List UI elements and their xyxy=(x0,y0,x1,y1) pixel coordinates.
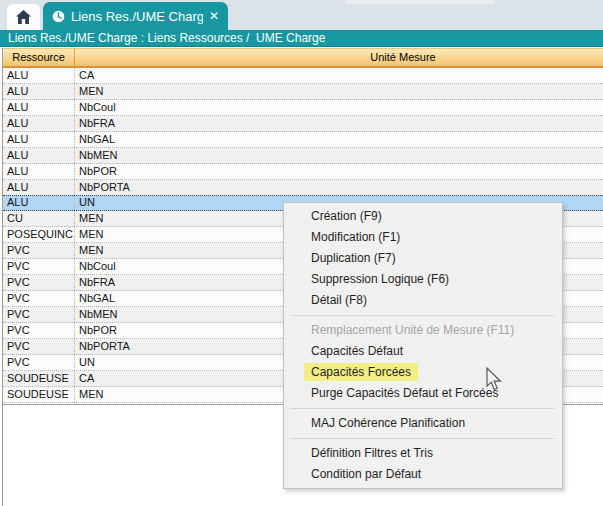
tab-label: Liens Res./UME Charge :... xyxy=(71,9,203,24)
table-row[interactable]: ALUNbGAL xyxy=(3,132,603,148)
tab-bar: Liens Res./UME Charge :... ✕ xyxy=(0,0,603,30)
tab-liens-res-ume-charge[interactable]: Liens Res./UME Charge :... ✕ xyxy=(43,2,228,30)
cell-unite-mesure: NbMEN xyxy=(75,148,603,163)
table-row[interactable]: ALUNbCoul xyxy=(3,100,603,116)
cell-ressource: PVC xyxy=(3,275,75,290)
background-window-edge xyxy=(345,0,495,4)
table-row[interactable]: ALUNbFRA xyxy=(3,116,603,132)
cell-ressource: ALU xyxy=(3,100,75,115)
menu-item-condition-par-defaut[interactable]: Condition par Défaut xyxy=(284,464,562,485)
menu-item-remplacement-unite-de-mesure-f11: Remplacement Unité de Mesure (F11) xyxy=(284,320,562,341)
menu-item-capacites-defaut[interactable]: Capacités Défaut xyxy=(284,341,562,362)
menu-item-detail-f8[interactable]: Détail (F8) xyxy=(284,290,562,311)
cell-ressource: ALU xyxy=(3,116,75,131)
highlighted-menu-label: Capacités Forcées xyxy=(304,363,418,381)
table-row[interactable]: ALUNbPOR xyxy=(3,164,603,180)
cell-ressource: POSEQUINC xyxy=(3,227,75,242)
menu-separator xyxy=(291,408,555,409)
menu-item-modification-f1[interactable]: Modification (F1) xyxy=(284,227,562,248)
menu-separator xyxy=(291,315,555,316)
menu-item-duplication-f7[interactable]: Duplication (F7) xyxy=(284,248,562,269)
cell-unite-mesure: MEN xyxy=(75,84,603,99)
cell-unite-mesure: NbPOR xyxy=(75,164,603,179)
column-header-unite-mesure[interactable]: Unité Mesure xyxy=(75,49,603,66)
cell-unite-mesure: NbGAL xyxy=(75,132,603,147)
tab-home[interactable] xyxy=(7,4,40,30)
cell-ressource: PVC xyxy=(3,243,75,258)
cursor-icon xyxy=(486,367,504,393)
cell-unite-mesure: NbCoul xyxy=(75,100,603,115)
cell-unite-mesure: NbPORTA xyxy=(75,180,603,195)
table-row[interactable]: ALUNbMEN xyxy=(3,148,603,164)
cell-ressource: PVC xyxy=(3,291,75,306)
cell-ressource: ALU xyxy=(3,164,75,179)
table-row[interactable]: ALUNbPORTA xyxy=(3,180,603,196)
cell-ressource: CU xyxy=(3,211,75,226)
cell-ressource: ALU xyxy=(3,196,75,210)
cell-ressource: ALU xyxy=(3,148,75,163)
table-row[interactable]: ALUCA xyxy=(3,68,603,84)
close-icon[interactable]: ✕ xyxy=(209,10,219,22)
menu-item-creation-f9[interactable]: Création (F9) xyxy=(284,206,562,227)
home-icon xyxy=(16,10,31,24)
cell-unite-mesure: CA xyxy=(75,68,603,83)
menu-item-definition-filtres-et-tris[interactable]: Définition Filtres et Tris xyxy=(284,443,562,464)
cell-ressource: ALU xyxy=(3,180,75,195)
cell-ressource: ALU xyxy=(3,132,75,147)
clock-icon xyxy=(52,10,65,23)
column-header-ressource[interactable]: Ressource xyxy=(3,49,75,66)
cell-ressource: PVC xyxy=(3,339,75,354)
menu-item-capacites-forcees[interactable]: Capacités Forcées xyxy=(284,362,562,383)
cell-ressource: PVC xyxy=(3,355,75,370)
cell-unite-mesure: NbFRA xyxy=(75,116,603,131)
cell-ressource: ALU xyxy=(3,84,75,99)
cell-ressource: ALU xyxy=(3,68,75,83)
table-header: Ressource Unité Mesure xyxy=(3,48,603,68)
cell-ressource: SOUDEUSE xyxy=(3,387,75,402)
menu-item-maj-coherence-planification[interactable]: MAJ Cohérence Planification xyxy=(284,413,562,434)
menu-separator xyxy=(291,438,555,439)
cell-ressource: SOUDEUSE xyxy=(3,371,75,386)
menu-item-suppression-logique-f6[interactable]: Suppression Logique (F6) xyxy=(284,269,562,290)
cell-ressource: PVC xyxy=(3,259,75,274)
context-menu: Création (F9)Modification (F1)Duplicatio… xyxy=(283,202,563,489)
cell-ressource: PVC xyxy=(3,323,75,338)
table-row[interactable]: ALUMEN xyxy=(3,84,603,100)
menu-item-purge-capacites-defaut-et-forcees[interactable]: Purge Capacités Défaut et Forcées xyxy=(284,383,562,404)
cell-ressource: PVC xyxy=(3,307,75,322)
breadcrumb: Liens Res./UME Charge : Liens Ressources… xyxy=(0,30,603,47)
app-window: Liens Res./UME Charge :... ✕ Liens Res./… xyxy=(0,0,603,506)
